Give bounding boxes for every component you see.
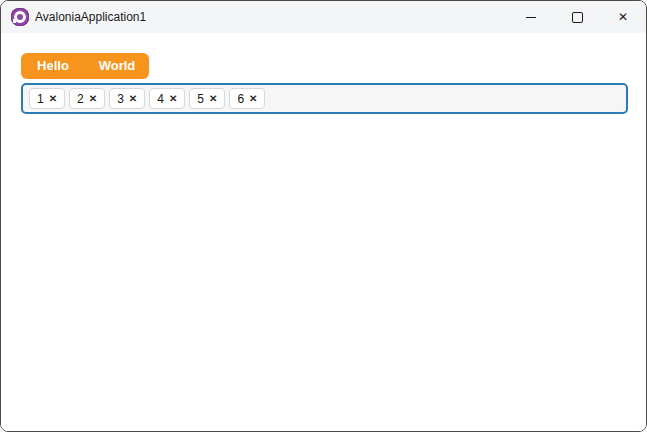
chip-remove-icon[interactable]: ✕ <box>249 94 257 104</box>
maximize-icon <box>572 12 583 23</box>
tag-input-box[interactable]: 1 ✕ 2 ✕ 3 ✕ 4 ✕ 5 ✕ 6 ✕ <box>21 83 628 114</box>
chip-remove-icon[interactable]: ✕ <box>49 94 57 104</box>
tag-chip[interactable]: 1 ✕ <box>29 88 65 109</box>
minimize-button[interactable] <box>508 1 554 33</box>
tab-hello[interactable]: Hello <box>21 53 85 79</box>
tag-chip-label: 1 <box>37 92 44 106</box>
chip-remove-icon[interactable]: ✕ <box>169 94 177 104</box>
avalonia-logo-icon <box>11 8 29 26</box>
maximize-button[interactable] <box>554 1 600 33</box>
tab-world-label: World <box>99 58 136 73</box>
app-window: AvaloniaApplication1 ✕ Hello World <box>0 0 647 432</box>
tag-chip-label: 6 <box>237 92 244 106</box>
tag-chip[interactable]: 2 ✕ <box>69 88 105 109</box>
content-area: Hello World 1 ✕ 2 ✕ 3 ✕ 4 ✕ <box>1 33 646 431</box>
tab-world[interactable]: World <box>85 53 149 79</box>
tag-chip-label: 5 <box>197 92 204 106</box>
tag-chip-label: 2 <box>77 92 84 106</box>
title-bar[interactable]: AvaloniaApplication1 ✕ <box>1 1 646 33</box>
window-controls: ✕ <box>508 1 646 33</box>
logo-tail <box>13 19 16 23</box>
close-icon: ✕ <box>618 11 628 23</box>
chip-remove-icon[interactable]: ✕ <box>209 94 217 104</box>
tag-chip[interactable]: 6 ✕ <box>229 88 265 109</box>
tag-chip[interactable]: 4 ✕ <box>149 88 185 109</box>
window-title: AvaloniaApplication1 <box>35 1 146 33</box>
tab-strip: Hello World <box>21 53 149 79</box>
tag-chip-label: 4 <box>157 92 164 106</box>
close-button[interactable]: ✕ <box>600 1 646 33</box>
chip-remove-icon[interactable]: ✕ <box>129 94 137 104</box>
tag-chip-label: 3 <box>117 92 124 106</box>
tab-divider <box>53 59 54 73</box>
tag-chip[interactable]: 3 ✕ <box>109 88 145 109</box>
chip-remove-icon[interactable]: ✕ <box>89 94 97 104</box>
tag-chip[interactable]: 5 ✕ <box>189 88 225 109</box>
minimize-icon <box>526 17 536 18</box>
